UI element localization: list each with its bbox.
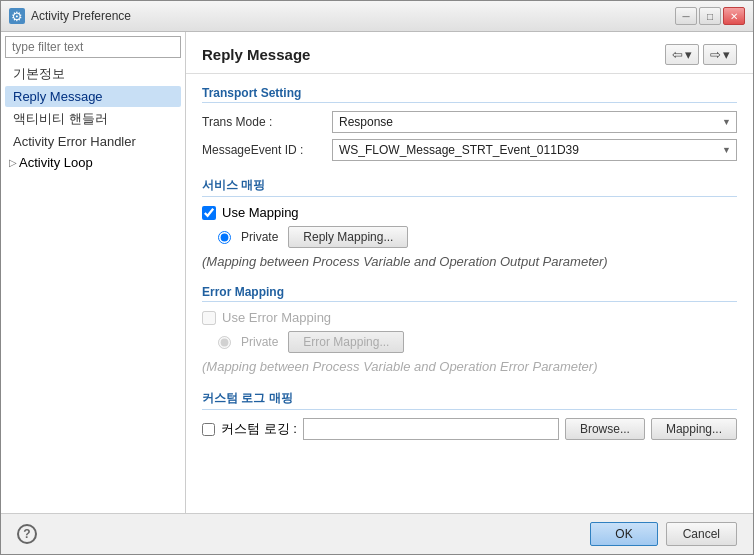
- error-private-radio-row: Private Error Mapping...: [202, 331, 737, 353]
- footer-left: ?: [17, 524, 37, 544]
- panel-header: Reply Message ⇦ ▾ ⇨ ▾: [186, 32, 753, 74]
- service-mapping-note: (Mapping between Process Variable and Op…: [202, 254, 737, 269]
- message-event-id-dropdown-wrapper: WS_FLOW_Message_STRT_Event_011D39: [332, 139, 737, 161]
- trans-mode-label: Trans Mode :: [202, 115, 332, 129]
- reply-mapping-button[interactable]: Reply Mapping...: [288, 226, 408, 248]
- forward-icon: ⇨: [710, 47, 721, 62]
- maximize-button[interactable]: □: [699, 7, 721, 25]
- use-mapping-checkbox[interactable]: [202, 206, 216, 220]
- message-event-id-label: MessageEvent ID :: [202, 143, 332, 157]
- window-title: Activity Preference: [31, 9, 669, 23]
- titlebar-buttons: ─ □ ✕: [675, 7, 745, 25]
- footer-right: OK Cancel: [590, 522, 737, 546]
- titlebar: ⚙ Activity Preference ─ □ ✕: [1, 1, 753, 32]
- error-mapping-note: (Mapping between Process Variable and Op…: [202, 359, 737, 374]
- browse-button[interactable]: Browse...: [565, 418, 645, 440]
- trans-mode-row: Trans Mode : Response: [202, 111, 737, 133]
- sidebar-item-basic-info[interactable]: 기본정보: [5, 62, 181, 86]
- service-mapping-title: 서비스 매핑: [202, 177, 737, 197]
- custom-log-section: 커스텀 로그 매핑 커스텀 로깅 : Browse... Mapping...: [202, 390, 737, 440]
- transport-setting-section: Transport Setting Trans Mode : Response …: [202, 86, 737, 161]
- cancel-button[interactable]: Cancel: [666, 522, 737, 546]
- sidebar-item-reply-message[interactable]: Reply Message: [5, 86, 181, 107]
- expand-arrow-icon: ▷: [9, 157, 17, 168]
- custom-log-input[interactable]: [303, 418, 559, 440]
- use-error-mapping-checkbox[interactable]: [202, 311, 216, 325]
- ok-button[interactable]: OK: [590, 522, 657, 546]
- sidebar-item-label: Activity Loop: [19, 155, 93, 170]
- error-mapping-section: Error Mapping Use Error Mapping Private …: [202, 285, 737, 374]
- use-mapping-row: Use Mapping: [202, 205, 737, 220]
- error-private-radio[interactable]: [218, 336, 231, 349]
- window-icon: ⚙: [9, 8, 25, 24]
- back-icon: ⇦: [672, 47, 683, 62]
- transport-setting-title: Transport Setting: [202, 86, 737, 103]
- trans-mode-dropdown-wrapper: Response: [332, 111, 737, 133]
- sidebar-item-activity-handler[interactable]: 액티비티 핸들러: [5, 107, 181, 131]
- error-private-radio-label: Private: [241, 335, 278, 349]
- sidebar: 기본정보 Reply Message 액티비티 핸들러 Activity Err…: [1, 32, 186, 513]
- use-mapping-label: Use Mapping: [222, 205, 299, 220]
- message-event-id-select[interactable]: WS_FLOW_Message_STRT_Event_011D39: [332, 139, 737, 161]
- use-error-mapping-label: Use Error Mapping: [222, 310, 331, 325]
- sidebar-item-activity-error-handler[interactable]: Activity Error Handler: [5, 131, 181, 152]
- service-mapping-section: 서비스 매핑 Use Mapping Private Reply Mapping…: [202, 177, 737, 269]
- private-radio-label: Private: [241, 230, 278, 244]
- custom-log-title: 커스텀 로그 매핑: [202, 390, 737, 410]
- custom-log-row: 커스텀 로깅 : Browse... Mapping...: [202, 418, 737, 440]
- sidebar-item-activity-loop[interactable]: ▷ Activity Loop: [5, 152, 181, 173]
- close-button[interactable]: ✕: [723, 7, 745, 25]
- panel-title: Reply Message: [202, 46, 310, 63]
- panel-body: Transport Setting Trans Mode : Response …: [186, 74, 753, 513]
- back-dropdown-icon: ▾: [685, 47, 692, 62]
- forward-dropdown-icon: ▾: [723, 47, 730, 62]
- main-window: ⚙ Activity Preference ─ □ ✕ 기본정보 Reply M…: [0, 0, 754, 555]
- help-button[interactable]: ?: [17, 524, 37, 544]
- custom-log-mapping-button[interactable]: Mapping...: [651, 418, 737, 440]
- error-mapping-button[interactable]: Error Mapping...: [288, 331, 404, 353]
- main-content: 기본정보 Reply Message 액티비티 핸들러 Activity Err…: [1, 32, 753, 513]
- use-error-mapping-row: Use Error Mapping: [202, 310, 737, 325]
- trans-mode-select[interactable]: Response: [332, 111, 737, 133]
- minimize-button[interactable]: ─: [675, 7, 697, 25]
- custom-logging-checkbox[interactable]: [202, 423, 215, 436]
- private-radio-row: Private Reply Mapping...: [202, 226, 737, 248]
- back-button[interactable]: ⇦ ▾: [665, 44, 699, 65]
- forward-button[interactable]: ⇨ ▾: [703, 44, 737, 65]
- panel-toolbar: ⇦ ▾ ⇨ ▾: [665, 44, 737, 65]
- error-mapping-title: Error Mapping: [202, 285, 737, 302]
- custom-logging-label: 커스텀 로깅 :: [221, 420, 297, 438]
- footer: ? OK Cancel: [1, 513, 753, 554]
- private-radio[interactable]: [218, 231, 231, 244]
- right-panel: Reply Message ⇦ ▾ ⇨ ▾ Transport Setting: [186, 32, 753, 513]
- search-input[interactable]: [5, 36, 181, 58]
- message-event-id-row: MessageEvent ID : WS_FLOW_Message_STRT_E…: [202, 139, 737, 161]
